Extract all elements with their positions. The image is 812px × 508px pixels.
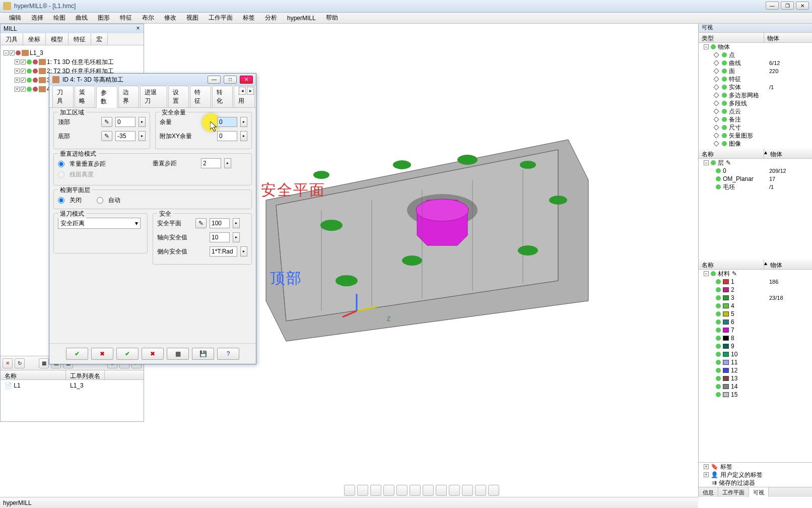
detect-off-radio[interactable] [58, 197, 64, 204]
material-row[interactable]: 6 [699, 318, 812, 326]
material-row[interactable]: 4 [699, 302, 812, 310]
view-tool-6[interactable] [410, 485, 421, 496]
layer-row[interactable]: 毛坯/1 [699, 183, 812, 191]
tab-scroll-right[interactable]: ▸ [247, 87, 254, 95]
type-row[interactable]: 多边形网格 [699, 91, 812, 99]
material-row[interactable]: 5 [699, 310, 812, 318]
pick-top-icon[interactable]: ✎ [101, 117, 112, 127]
dlg-tab-参数[interactable]: 参数 [96, 86, 117, 108]
type-row[interactable]: 多段线 [699, 99, 812, 107]
layer-row[interactable]: 0209/12 [699, 167, 812, 175]
calc-button[interactable]: ▦ [167, 348, 189, 360]
type-row[interactable]: 面220 [699, 67, 812, 75]
bottom-input[interactable] [115, 131, 136, 141]
dlg-tab-刀具[interactable]: 刀具 [52, 86, 74, 107]
type-row[interactable]: 特征 [699, 75, 812, 83]
type-row[interactable]: 尺寸 [699, 123, 812, 132]
delete-icon[interactable]: ✕ [3, 358, 13, 368]
cancel-button[interactable]: ✖ [91, 348, 113, 360]
dlg-tab-设置[interactable]: 设置 [168, 86, 189, 107]
menu-分析[interactable]: 分析 [260, 12, 282, 24]
layer-row[interactable]: OM_Planar17 [699, 175, 812, 183]
retract-select[interactable]: 安全距离▾ [58, 218, 141, 229]
dialog-min-button[interactable]: — [208, 76, 221, 84]
menu-布尔[interactable]: 布尔 [137, 12, 159, 24]
safe-lat-input[interactable] [210, 246, 237, 257]
safe-lat-spin[interactable]: ▸ [240, 246, 247, 257]
material-row[interactable]: 10 [699, 350, 812, 358]
tab-宏[interactable]: 宏 [91, 33, 108, 45]
top-input[interactable] [115, 117, 136, 127]
menu-绘图[interactable]: 绘图 [48, 12, 71, 24]
material-row[interactable]: 9 [699, 342, 812, 350]
restore-button[interactable]: ❐ [781, 2, 794, 10]
safe-plane-input[interactable] [210, 218, 230, 228]
top-spin[interactable]: ▸ [139, 117, 146, 127]
tab-刀具[interactable]: 刀具 [1, 33, 23, 45]
job-list-row[interactable]: 📄 L1 L1_3 [1, 380, 144, 391]
menu-图形[interactable]: 图形 [93, 12, 115, 24]
menu-hyperMILL[interactable]: hyperMILL [282, 13, 321, 23]
close-button[interactable]: ✕ [796, 2, 809, 10]
tree-root[interactable]: − L1_3 [2, 48, 143, 57]
safe-axial-spin[interactable]: ▸ [233, 232, 240, 242]
tab-特征[interactable]: 特征 [69, 33, 91, 45]
view-tool-8[interactable] [436, 485, 447, 496]
type-row[interactable]: 实体/1 [699, 83, 812, 91]
bottom-tab-信息[interactable]: 信息 [699, 487, 718, 497]
menu-选择[interactable]: 选择 [26, 12, 48, 24]
view-tool-10[interactable] [462, 485, 473, 496]
allowance2-spin[interactable]: ▸ [240, 131, 247, 141]
menu-特征[interactable]: 特征 [115, 12, 137, 24]
view-tool-2[interactable] [357, 485, 368, 496]
material-row[interactable]: 8 [699, 334, 812, 342]
view-tool-11[interactable] [475, 485, 486, 496]
view-tool-1[interactable] [344, 485, 355, 496]
step-spin[interactable]: ▸ [224, 158, 231, 168]
dlg-tab-进退刀[interactable]: 进退刀 [140, 86, 167, 107]
material-tree[interactable]: −材料 ✎ 11862323/18456789101112131415 [699, 270, 812, 462]
dlg-tab-特征[interactable]: 特征 [190, 86, 211, 107]
menu-编辑[interactable]: 编辑 [4, 12, 26, 24]
type-tree[interactable]: −物体点曲线6/12面220特征实体/1多边形网格多段线点云备注尺寸矢量图形图像… [699, 43, 812, 149]
menu-帮助[interactable]: 帮助 [321, 12, 343, 24]
dialog-close-button[interactable]: ✕ [240, 76, 253, 84]
bottom-tab-可视[interactable]: 可视 [749, 487, 769, 497]
save-button[interactable]: 💾 [192, 348, 214, 360]
pick-safe-icon[interactable]: ✎ [195, 218, 207, 228]
bottom-tab-工作平面[interactable]: 工作平面 [718, 487, 749, 497]
ok-button[interactable]: ✔ [66, 348, 88, 360]
menu-标签[interactable]: 标签 [238, 12, 260, 24]
view-tool-12[interactable] [488, 485, 499, 496]
material-row[interactable]: 1186 [699, 278, 812, 286]
help-button[interactable]: ? [217, 348, 239, 360]
dialog-titlebar[interactable]: ID 4: T- 3D 等高精加工 — □ ✕ [49, 74, 256, 86]
tree-item[interactable]: +1: T1 3D 任意毛坯粗加工 [2, 57, 143, 67]
view-tool-5[interactable] [396, 485, 408, 496]
menu-视图[interactable]: 视图 [181, 12, 204, 24]
menu-曲线[interactable]: 曲线 [71, 12, 93, 24]
filter1-icon[interactable]: ▦ [39, 358, 49, 368]
feed-opt1-radio[interactable] [58, 161, 64, 167]
type-row[interactable]: 备注 [699, 115, 812, 123]
menu-修改[interactable]: 修改 [159, 12, 181, 24]
material-row[interactable]: 12 [699, 366, 812, 374]
material-row[interactable]: 323/18 [699, 294, 812, 302]
type-row[interactable]: 组 [699, 148, 812, 149]
user-tags-label[interactable]: 用户定义的标签 [720, 471, 763, 479]
tab-模型[interactable]: 模型 [46, 33, 69, 45]
refresh-icon[interactable]: ↻ [15, 358, 25, 368]
material-row[interactable]: 14 [699, 383, 812, 391]
material-row[interactable]: 2 [699, 286, 812, 294]
view-tool-4[interactable] [383, 485, 394, 496]
allowance2-input[interactable] [217, 131, 237, 141]
type-row[interactable]: 图像 [699, 140, 812, 148]
dlg-tab-转化[interactable]: 转化 [212, 86, 233, 107]
tags-label[interactable]: 标签 [720, 463, 732, 471]
type-row[interactable]: 矢量图形 [699, 132, 812, 140]
safe-plane-spin[interactable]: ▸ [233, 218, 240, 228]
dlg-tab-策略[interactable]: 策略 [75, 86, 96, 107]
allowance1-input[interactable] [217, 117, 237, 127]
browser-close-icon[interactable]: × [134, 25, 142, 33]
dialog-max-button[interactable]: □ [224, 76, 237, 84]
